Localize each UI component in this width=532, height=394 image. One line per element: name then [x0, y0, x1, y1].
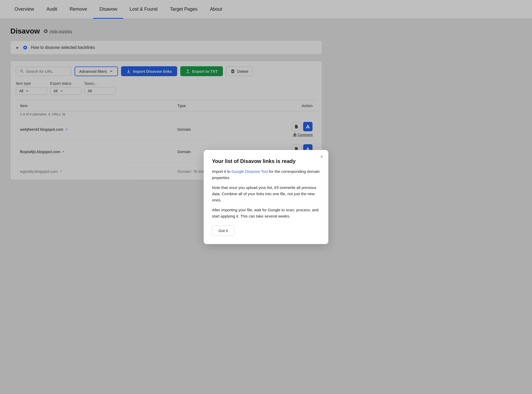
modal-paragraph-2: Note that once you upload your list, it'…: [212, 185, 320, 203]
got-it-button[interactable]: Got it: [212, 226, 234, 236]
modal-title: Your list of Disavow links is ready: [212, 158, 320, 164]
modal-dialog: × Your list of Disavow links is ready Im…: [204, 150, 328, 244]
google-disavow-tool-link[interactable]: Google Disavow Tool: [231, 169, 268, 174]
modal-close-button[interactable]: ×: [320, 154, 323, 159]
modal-paragraph-1: Import it to Google Disavow Tool for the…: [212, 168, 320, 181]
modal-p1-text: Import it to: [212, 169, 231, 174]
modal-paragraph-3: After importing your file, wait for Goog…: [212, 207, 320, 219]
modal-overlay[interactable]: × Your list of Disavow links is ready Im…: [0, 0, 532, 394]
modal-footer: Got it: [212, 226, 320, 236]
modal-body: Import it to Google Disavow Tool for the…: [212, 168, 320, 219]
